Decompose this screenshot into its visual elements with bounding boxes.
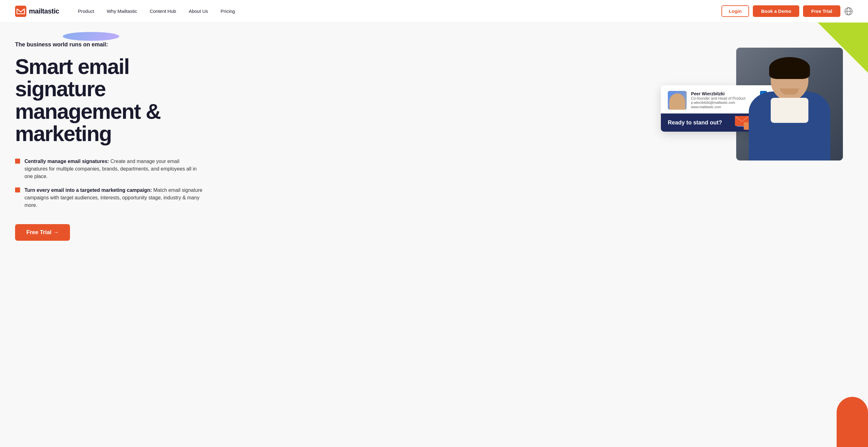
free-trial-nav-button[interactable]: Free Trial <box>803 5 840 17</box>
hero-tagline: The business world runs on email: <box>15 41 203 48</box>
deco-orange-semicircle <box>837 397 868 447</box>
sig-job-title: Co-founder and Head of Product <box>691 96 760 101</box>
globe-icon[interactable] <box>844 7 853 16</box>
nav-item-content[interactable]: Content Hub <box>150 8 176 14</box>
navbar: mailtastic Product Why Mailtastic Conten… <box>0 0 868 23</box>
sig-banner-text: Ready to stand out? <box>668 119 722 126</box>
deco-blue-ellipse <box>63 32 119 41</box>
logo-text: mailtastic <box>29 7 59 15</box>
person-photo <box>736 48 843 161</box>
login-button[interactable]: Login <box>721 5 749 17</box>
sig-avatar-inner <box>669 94 685 110</box>
bullet-2: Turn every email into a targeted marketi… <box>15 186 203 209</box>
free-trial-hero-button[interactable]: Free Trial → <box>15 224 70 241</box>
nav-links: Product Why Mailtastic Content Hub About… <box>78 8 721 14</box>
hero-title: Smart email signature management & marke… <box>15 56 203 145</box>
bullet-2-text: Turn every email into a targeted marketi… <box>25 186 203 209</box>
logo-link[interactable]: mailtastic <box>15 6 59 17</box>
sig-banner-envelope <box>735 116 749 127</box>
bullet-2-strong: Turn every email into a targeted marketi… <box>25 187 152 193</box>
book-demo-button[interactable]: Book a Demo <box>753 5 799 17</box>
logo-icon <box>15 6 26 17</box>
nav-actions: Login Book a Demo Free Trial <box>721 5 853 17</box>
bullet-1: Centrally manage email signatures: Creat… <box>15 158 203 180</box>
nav-item-product[interactable]: Product <box>78 8 94 14</box>
sig-avatar <box>668 91 687 110</box>
sig-email: p.wierzbitzki@mailtastic.com <box>691 101 760 104</box>
hero-section: The business world runs on email: Smart … <box>0 23 868 447</box>
nav-item-about[interactable]: About Us <box>189 8 208 14</box>
sig-top: Peer Wierzbitzki Co-founder and Head of … <box>668 91 760 110</box>
bullet-dot-1 <box>15 159 20 164</box>
hero-bullets: Centrally manage email signatures: Creat… <box>15 158 203 209</box>
sig-name: Peer Wierzbitzki <box>691 91 760 96</box>
bullet-dot-2 <box>15 187 20 193</box>
bullet-1-strong: Centrally manage email signatures: <box>25 159 109 164</box>
nav-item-why[interactable]: Why Mailtastic <box>107 8 137 14</box>
hero-content: The business world runs on email: Smart … <box>15 41 203 241</box>
bullet-1-text: Centrally manage email signatures: Creat… <box>25 158 203 180</box>
nav-item-pricing[interactable]: Pricing <box>221 8 235 14</box>
